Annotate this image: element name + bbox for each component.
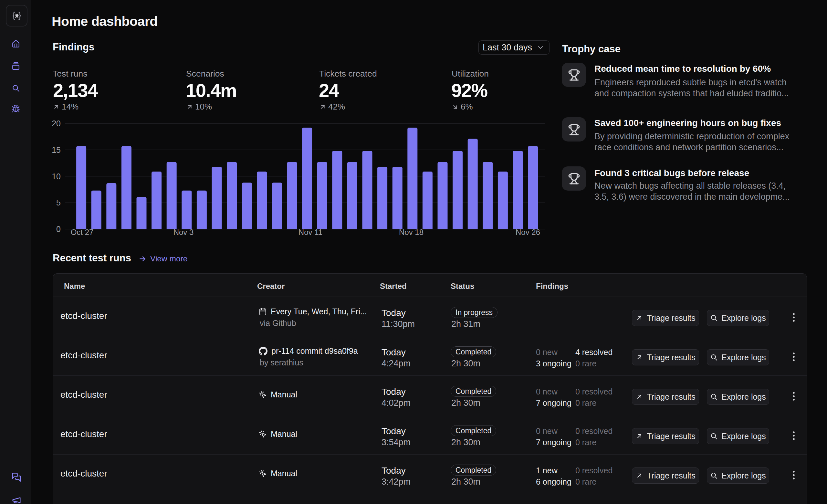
svg-text:10: 10 [52,172,61,181]
svg-text:0: 0 [56,224,61,234]
svg-text:Nov 26: Nov 26 [516,228,540,237]
svg-text:5: 5 [56,198,61,207]
svg-text:Nov 11: Nov 11 [298,228,323,237]
svg-text:Oct 27: Oct 27 [71,228,94,237]
svg-text:Nov 18: Nov 18 [399,228,424,237]
svg-text:Nov 3: Nov 3 [174,228,194,237]
svg-text:15: 15 [52,145,61,154]
svg-text:20: 20 [52,119,61,128]
